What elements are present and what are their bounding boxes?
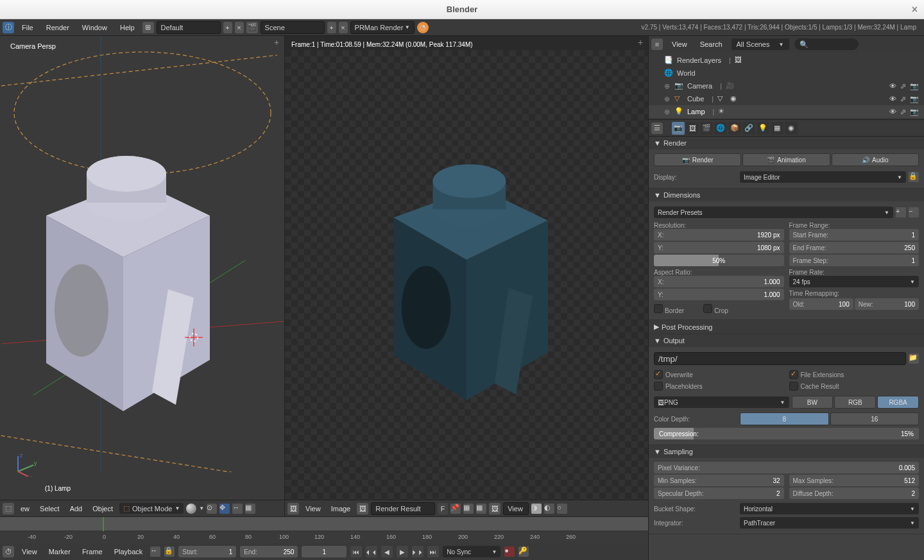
image-datablock-icon[interactable]: 🖼 xyxy=(357,503,368,514)
res-x-field[interactable]: X:1920 px xyxy=(654,229,784,241)
jump-start-icon[interactable]: ⏮ xyxy=(350,546,362,557)
vh-select[interactable]: Select xyxy=(36,504,64,514)
slot-icon[interactable]: ▦ xyxy=(463,504,474,514)
framerate-dropdown[interactable]: 24 fps▼ xyxy=(789,276,920,287)
end-frame-prop[interactable]: End Frame:250 xyxy=(789,242,920,253)
start-frame-prop[interactable]: Start Frame:1 xyxy=(789,229,920,241)
aspect-x-field[interactable]: X:1.000 xyxy=(654,276,784,287)
remove-layout-icon[interactable]: × xyxy=(235,22,244,33)
layout-dropdown[interactable]: Default xyxy=(157,21,221,34)
panel-postproc-header[interactable]: ▶ Post Processing xyxy=(649,320,924,334)
layout-icon[interactable]: ⊞ xyxy=(142,22,154,33)
pivot-icon[interactable]: ⊙ xyxy=(207,504,217,514)
scene-icon[interactable]: 🎬 xyxy=(246,22,258,33)
crop-checkbox[interactable] xyxy=(703,304,712,313)
cacheresult-checkbox[interactable] xyxy=(789,382,798,391)
channel-rgb-icon[interactable]: ◑ xyxy=(531,504,542,514)
colormode-bw[interactable]: BW xyxy=(792,396,834,409)
tab-scene[interactable]: 🎬 xyxy=(700,122,713,135)
tl-marker[interactable]: Marker xyxy=(45,547,74,557)
eye-icon[interactable]: 👁 xyxy=(889,108,896,116)
play-icon[interactable]: ▶ xyxy=(397,546,408,557)
colormode-rgba[interactable]: RGBA xyxy=(877,396,919,409)
menu-render[interactable]: Render xyxy=(41,22,74,33)
keyframe-prev-icon[interactable]: ⏴⏴ xyxy=(366,546,377,557)
editor-type-timeline-icon[interactable]: ⏱ xyxy=(3,546,14,557)
cursor-icon[interactable]: ⬀ xyxy=(900,82,906,90)
tl-frame[interactable]: Frame xyxy=(78,547,107,557)
lock-interface-icon[interactable]: 🔒 xyxy=(909,172,919,182)
res-pct-field[interactable]: 50% xyxy=(654,255,784,266)
overwrite-checkbox[interactable] xyxy=(654,370,663,379)
cursor-icon[interactable]: ⬀ xyxy=(900,108,906,116)
lock-icon[interactable]: 🔒 xyxy=(164,547,175,557)
fileext-checkbox[interactable] xyxy=(789,370,798,379)
area-corner-grip[interactable] xyxy=(638,37,647,46)
close-icon[interactable]: × xyxy=(912,4,918,15)
manipulator-icon[interactable]: ✥ xyxy=(219,504,230,514)
eye-icon[interactable]: 👁 xyxy=(889,95,896,103)
menu-file[interactable]: File xyxy=(17,22,38,33)
output-path-field[interactable] xyxy=(654,352,906,365)
keyframe-next-icon[interactable]: ⏵⏵ xyxy=(412,546,424,557)
add-scene-icon[interactable]: + xyxy=(327,22,336,33)
viewport-render[interactable]: Frame:1 | Time:01:08.59 | Mem:32.24M (0.… xyxy=(285,36,648,500)
channel-rgba-icon[interactable]: ◐ xyxy=(544,504,554,514)
vh-view[interactable]: ew xyxy=(17,504,33,514)
menu-help[interactable]: Help xyxy=(115,22,140,33)
render-button[interactable]: 📷Render xyxy=(654,153,741,166)
expand-icon[interactable]: ⊕ xyxy=(664,95,671,103)
max-samples-field[interactable]: Max Samples:512 xyxy=(789,475,920,486)
tree-world[interactable]: 🌐 World xyxy=(649,67,924,80)
colormode-rgb[interactable]: RGB xyxy=(834,396,876,409)
tab-renderlayers[interactable]: 🖼 xyxy=(686,122,699,135)
editor-type-properties-icon[interactable]: ☰ xyxy=(651,123,663,134)
audio-button[interactable]: 🔊Audio xyxy=(832,153,919,166)
bucket-shape-dropdown[interactable]: Horizontal▼ xyxy=(740,503,919,514)
editor-type-outliner-icon[interactable]: ≡ xyxy=(651,38,663,50)
aspect-y-field[interactable]: Y:1.000 xyxy=(654,289,784,300)
tab-object[interactable]: 📦 xyxy=(728,122,741,135)
remove-scene-icon[interactable]: × xyxy=(339,22,348,33)
compression-field[interactable]: Compression:15% xyxy=(654,428,919,439)
keyingset-icon[interactable]: 🔑 xyxy=(518,547,529,557)
vh-add[interactable]: Add xyxy=(66,504,87,514)
spec-depth-field[interactable]: Specular Depth:2 xyxy=(654,488,784,499)
range-icon[interactable]: ↔ xyxy=(150,547,160,557)
channel-alpha-icon[interactable]: ○ xyxy=(557,504,567,514)
mode-dropdown[interactable]: ⬚ Object Mode ▼ xyxy=(119,503,184,514)
layers-icon[interactable]: ▦ xyxy=(245,504,255,514)
play-reverse-icon[interactable]: ◀ xyxy=(381,546,393,557)
tree-renderlayers[interactable]: 📑 RenderLayers | 🖼 xyxy=(649,54,924,67)
pixel-variance-field[interactable]: Pixel Variance:0.005 xyxy=(654,462,919,473)
tl-playback[interactable]: Playback xyxy=(110,547,147,557)
add-preset-icon[interactable]: + xyxy=(896,207,906,217)
jump-end-icon[interactable]: ⏭ xyxy=(427,546,439,557)
scene-dropdown[interactable]: Scene xyxy=(261,21,325,34)
outliner-display-mode[interactable]: All Scenes▼ xyxy=(732,38,789,50)
render-engine-dropdown[interactable]: PRMan Render▼ xyxy=(350,21,415,34)
format-dropdown[interactable]: 🖼 PNG▼ xyxy=(654,396,789,408)
editor-type-3dview-icon[interactable]: ⬚ xyxy=(3,503,14,514)
tree-camera[interactable]: ⊕ 📷 Camera | 🎥 👁 ⬀ 📷 xyxy=(649,80,924,92)
shading-sphere-icon[interactable] xyxy=(186,504,196,514)
remove-preset-icon[interactable]: − xyxy=(909,207,919,217)
vh-object[interactable]: Object xyxy=(89,504,117,514)
autokey-icon[interactable]: ● xyxy=(504,547,515,557)
timeline-track[interactable] xyxy=(0,517,648,531)
time-old-field[interactable]: Old:100 xyxy=(789,298,853,310)
eye-icon[interactable]: 👁 xyxy=(889,82,896,90)
tree-cube[interactable]: ⊕ ▽ Cube | ▽ ◉ 👁 ⬀ 📷 xyxy=(649,92,924,105)
tab-render[interactable]: 📷 xyxy=(672,122,685,135)
add-layout-icon[interactable]: + xyxy=(223,22,232,33)
panel-render-header[interactable]: ▼ Render xyxy=(649,137,924,149)
display-dropdown[interactable]: Image Editor▼ xyxy=(740,171,906,183)
current-frame-field[interactable]: 1 xyxy=(302,546,346,557)
diff-depth-field[interactable]: Diffuse Depth:2 xyxy=(789,488,920,499)
fake-user-button[interactable]: F xyxy=(438,503,448,514)
time-new-field[interactable]: New:100 xyxy=(855,298,919,310)
integrator-dropdown[interactable]: PathTracer▼ xyxy=(740,517,919,529)
render-icon[interactable]: 📷 xyxy=(910,82,919,90)
cursor-icon[interactable]: ⬀ xyxy=(900,95,906,103)
render-icon[interactable]: 📷 xyxy=(910,95,919,103)
